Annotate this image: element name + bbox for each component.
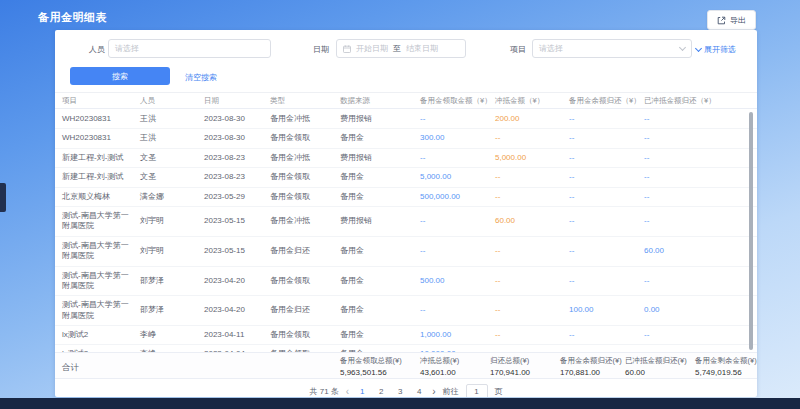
cell-project: 测试-南昌大学第一附属医院 bbox=[62, 271, 140, 292]
page-title: 备用金明细表 bbox=[38, 10, 107, 25]
next-page-arrow[interactable]: › bbox=[432, 386, 435, 397]
expand-chevron-icon bbox=[695, 45, 702, 52]
expand-filter-link[interactable]: 展开筛选 bbox=[696, 44, 736, 55]
col-person: 人员 bbox=[140, 96, 204, 106]
table-row: 测试-南昌大学第一附属医院 邵梦泽 2023-04-20 备用金领取 备用金 5… bbox=[55, 267, 757, 297]
table-header: 项目 人员 日期 类型 数据来源 备用金领取金额（¥） 冲抵金额（¥） 备用金余… bbox=[55, 92, 757, 109]
cell-source: 备用金 bbox=[340, 246, 420, 256]
cell-person: 满金娜 bbox=[140, 192, 204, 202]
person-select-input[interactable]: 请选择 bbox=[108, 39, 271, 58]
cell-offset-return: -- bbox=[644, 114, 740, 124]
search-button[interactable]: 搜索 bbox=[70, 67, 170, 85]
page-button-3[interactable]: 3 bbox=[394, 387, 406, 396]
cell-person: 刘宇明 bbox=[140, 216, 204, 226]
cell-source: 备用金 bbox=[340, 276, 420, 286]
filter-bar: 人员 请选择 日期 开始日期 至 结束日期 项目 请选择 展开筛选 bbox=[55, 39, 757, 59]
cell-type: 备用金冲抵 bbox=[270, 216, 340, 226]
cell-offset-return: -- bbox=[644, 172, 740, 182]
cell-project: WH20230831 bbox=[62, 133, 140, 143]
cell-date: 2023-04-20 bbox=[204, 305, 270, 315]
cell-date: 2023-05-15 bbox=[204, 246, 270, 256]
cell-type: 备用金冲抵 bbox=[270, 153, 340, 163]
cell-person: 文圣 bbox=[140, 153, 204, 163]
cell-type: 备用金领取 bbox=[270, 133, 340, 143]
summary-item-value: 43,601.00 bbox=[420, 368, 459, 377]
cell-balance-return: -- bbox=[569, 114, 644, 124]
person-select-placeholder: 请选择 bbox=[115, 43, 139, 54]
cell-offset-amount: 5,000.00 bbox=[495, 153, 569, 163]
summary-offset-total: 冲抵总额(¥) 43,601.00 bbox=[420, 356, 459, 377]
summary-item-value: 170,881.00 bbox=[560, 368, 622, 377]
table-row: lx测试2 李峥 2023-04-11 备用金领取 备用金 1,000.00 -… bbox=[55, 326, 757, 345]
project-select-placeholder: 请选择 bbox=[539, 43, 563, 54]
goto-page-input[interactable] bbox=[466, 384, 488, 398]
cell-receive-amount: -- bbox=[420, 216, 495, 226]
cell-person: 文圣 bbox=[140, 172, 204, 182]
content-card: 人员 请选择 日期 开始日期 至 结束日期 项目 请选择 展开筛选 搜索 清空搜… bbox=[55, 30, 757, 397]
cell-receive-amount: -- bbox=[420, 305, 495, 315]
col-date: 日期 bbox=[204, 96, 270, 106]
cell-offset-amount: -- bbox=[495, 276, 569, 286]
cell-person: 刘宇明 bbox=[140, 246, 204, 256]
cell-receive-amount: -- bbox=[420, 153, 495, 163]
cell-balance-return: -- bbox=[569, 246, 644, 256]
sidebar-handle[interactable] bbox=[0, 183, 6, 212]
page-button-2[interactable]: 2 bbox=[375, 387, 387, 396]
summary-item-label: 归还总额(¥) bbox=[490, 356, 530, 366]
table-row: WH20230831 王洪 2023-08-30 备用金领取 备用金 300.0… bbox=[55, 129, 757, 148]
export-button[interactable]: 导出 bbox=[707, 10, 756, 30]
summary-item-value: 170,941.00 bbox=[490, 368, 530, 377]
cell-source: 备用金 bbox=[340, 305, 420, 315]
cell-receive-amount: -- bbox=[420, 246, 495, 256]
cell-balance-return: -- bbox=[569, 133, 644, 143]
cell-date: 2023-08-30 bbox=[204, 114, 270, 124]
cell-type: 备用金领取 bbox=[270, 330, 340, 340]
cell-type: 备用金冲抵 bbox=[270, 114, 340, 124]
col-source: 数据来源 bbox=[340, 96, 420, 106]
cell-offset-return: -- bbox=[644, 133, 740, 143]
summary-item-value: 5,963,501.56 bbox=[340, 368, 402, 377]
project-select-input[interactable]: 请选择 bbox=[532, 39, 692, 58]
page-button-1[interactable]: 1 bbox=[356, 387, 368, 396]
cell-offset-return: -- bbox=[644, 330, 740, 340]
clear-search-link[interactable]: 清空搜索 bbox=[185, 72, 217, 83]
page-button-4[interactable]: 4 bbox=[413, 387, 425, 396]
col-project: 项目 bbox=[62, 96, 140, 106]
cell-source: 备用金 bbox=[340, 192, 420, 202]
summary-balance-return-total: 备用金余额归还(¥) 170,881.00 bbox=[560, 356, 622, 377]
cell-project: 北京顺义梅林 bbox=[62, 192, 140, 202]
cell-type: 备用金归还 bbox=[270, 246, 340, 256]
cell-person: 王洪 bbox=[140, 133, 204, 143]
cell-date: 2023-04-11 bbox=[204, 330, 270, 340]
cell-offset-amount: -- bbox=[495, 192, 569, 202]
summary-label: 合计 bbox=[62, 362, 79, 374]
date-filter-label: 日期 bbox=[313, 44, 329, 55]
cell-type: 备用金归还 bbox=[270, 305, 340, 315]
cell-offset-amount: -- bbox=[495, 305, 569, 315]
cell-person: 李峥 bbox=[140, 330, 204, 340]
vertical-scrollbar[interactable] bbox=[749, 112, 753, 350]
cell-source: 费用报销 bbox=[340, 153, 420, 163]
goto-prefix-label: 前往 bbox=[443, 386, 459, 397]
cell-offset-return: -- bbox=[644, 276, 740, 286]
cell-balance-return: -- bbox=[569, 330, 644, 340]
cell-date: 2023-05-15 bbox=[204, 216, 270, 226]
cell-project: WH20230831 bbox=[62, 114, 140, 124]
cell-offset-return: -- bbox=[644, 153, 740, 163]
cell-offset-return: -- bbox=[644, 192, 740, 202]
cell-type: 备用金领取 bbox=[270, 192, 340, 202]
cell-person: 邵梦泽 bbox=[140, 276, 204, 286]
summary-offset-return-total: 已冲抵金额归还(¥) 60.00 bbox=[625, 356, 687, 377]
cell-date: 2023-08-30 bbox=[204, 133, 270, 143]
cell-project: 测试-南昌大学第一附属医院 bbox=[62, 241, 140, 262]
table-row: 测试-南昌大学第一附属医院 刘宇明 2023-05-15 备用金冲抵 费用报销 … bbox=[55, 207, 757, 237]
table-body: WH20230831 王洪 2023-08-30 备用金冲抵 费用报销 -- 2… bbox=[55, 110, 757, 352]
calendar-icon bbox=[343, 45, 351, 53]
prev-page-arrow[interactable]: ‹ bbox=[346, 386, 349, 397]
date-start-placeholder: 开始日期 bbox=[356, 43, 388, 54]
cell-date: 2023-05-29 bbox=[204, 192, 270, 202]
cell-offset-amount: -- bbox=[495, 330, 569, 340]
date-range-input[interactable]: 开始日期 至 结束日期 bbox=[336, 39, 466, 58]
cell-balance-return: -- bbox=[569, 172, 644, 182]
cell-project: 测试-南昌大学第一附属医院 bbox=[62, 300, 140, 321]
